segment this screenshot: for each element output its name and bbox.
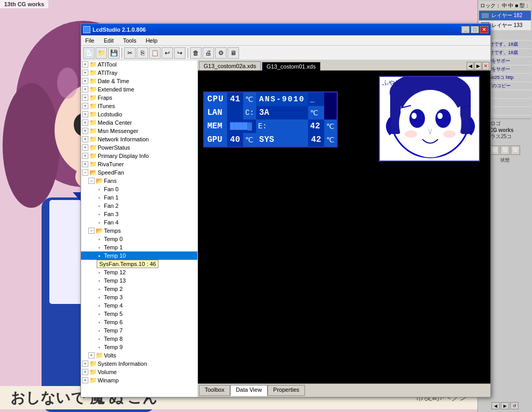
sidebar-item-temp1[interactable]: ▪ Temp 1 xyxy=(81,243,197,251)
sidebar-label-datetime: Date & Time xyxy=(98,78,129,84)
expand-volume[interactable]: + xyxy=(82,369,88,375)
menu-tools[interactable]: Tools xyxy=(121,37,139,44)
sidebar-label-temp10: Temp 10 xyxy=(104,252,126,259)
menu-file[interactable]: File xyxy=(83,37,97,44)
sidebar-item-volume[interactable]: + 📁 Volume xyxy=(81,368,197,376)
sidebar-item-fan0[interactable]: ▪ Fan 0 xyxy=(81,185,197,193)
expand-atitray[interactable]: + xyxy=(82,70,88,76)
expand-power[interactable]: + xyxy=(82,144,88,151)
svg-point-1 xyxy=(3,83,60,208)
sidebar-item-atitool[interactable]: + 📁 ATITool xyxy=(81,60,197,69)
expand-mediacenter[interactable]: + xyxy=(82,119,88,126)
sidebar-item-volts[interactable]: + 📁 Volts xyxy=(81,351,197,360)
toolbar-delete[interactable]: 🗑 xyxy=(190,47,202,59)
tab-dataview[interactable]: Data View xyxy=(230,385,268,396)
sidebar-item-rivaturner[interactable]: + 📁 RivaTuner xyxy=(81,160,197,168)
sidebar-item-temp7[interactable]: ▪ Temp 7 xyxy=(81,326,197,335)
sidebar-item-primarydisplay[interactable]: + 📁 Primary Display Info xyxy=(81,152,197,160)
nav-refresh[interactable]: ↺ xyxy=(510,402,518,409)
sidebar-item-lcdstudio[interactable]: + 📁 Lcdstudio xyxy=(81,110,197,118)
toolbar-undo[interactable]: ↩ xyxy=(162,47,173,59)
tab-next-button[interactable]: ▶ xyxy=(474,62,482,70)
expand-winamp[interactable]: + xyxy=(82,377,88,383)
sidebar-item-fraps[interactable]: + 📁 Fraps xyxy=(81,94,197,102)
tab-toolbox[interactable]: Toolbox xyxy=(199,385,230,396)
expand-network[interactable]: + xyxy=(82,136,88,142)
sidebar-item-atitray[interactable]: + 📁 ATITray xyxy=(81,69,197,77)
sidebar-item-fan4[interactable]: ▪ Fan 4 xyxy=(81,218,197,227)
expand-exttime[interactable]: + xyxy=(82,86,88,92)
sidebar-item-fan2[interactable]: ▪ Fan 2 xyxy=(81,202,197,210)
sidebar-item-temp0[interactable]: ▪ Temp 0 xyxy=(81,235,197,243)
expand-temps[interactable]: − xyxy=(88,228,95,234)
sidebar-item-temp2[interactable]: ▪ Temp 2 xyxy=(81,285,197,293)
sidebar-item-temp10[interactable]: ▪ Temp 10 xyxy=(81,251,197,260)
sidebar-item-fans[interactable]: − 📂 Fans xyxy=(81,177,197,185)
sidebar-item-msn[interactable]: + 📁 Msn Messenger xyxy=(81,127,197,135)
sidebar-item-temp8[interactable]: ▪ Temp 8 xyxy=(81,335,197,343)
minimize-button[interactable]: _ xyxy=(461,26,470,33)
panel-icon-3[interactable]: ⬜ xyxy=(511,145,520,155)
sidebar-item-itunes[interactable]: + 📁 ITunes xyxy=(81,102,197,110)
svg-point-20 xyxy=(437,113,443,119)
expand-rivaturner[interactable]: + xyxy=(82,161,88,167)
toolbar-copy[interactable]: ⎘ xyxy=(137,47,148,59)
maximize-button[interactable]: □ xyxy=(471,26,479,33)
sidebar-item-fan1[interactable]: ▪ Fan 1 xyxy=(81,193,197,202)
sidebar-item-temps[interactable]: − 📂 Temps xyxy=(81,227,197,235)
sidebar-item-exttime[interactable]: + 📁 Extended time xyxy=(81,85,197,94)
expand-lcdstudio[interactable]: + xyxy=(82,111,88,117)
folder-icon-datetime: 📁 xyxy=(89,77,97,85)
panel-icon-2[interactable]: ⬜ xyxy=(500,145,510,155)
nav-right[interactable]: ▶ xyxy=(501,402,509,409)
toolbar-monitor[interactable]: 🖥 xyxy=(228,47,239,59)
tab-close-button[interactable]: ✕ xyxy=(482,62,489,70)
sidebar-item-datetime[interactable]: + 📁 Date & Time xyxy=(81,77,197,85)
cg-works-label: 13th CG works xyxy=(4,1,44,7)
expand-itunes[interactable]: + xyxy=(82,103,88,109)
svg-point-22 xyxy=(443,130,456,138)
sidebar-item-mediacenter[interactable]: + 📁 Media Center xyxy=(81,118,197,127)
sidebar-item-fan3[interactable]: ▪ Fan 3 xyxy=(81,210,197,218)
sidebar-item-temp3[interactable]: ▪ Temp 3 xyxy=(81,293,197,301)
expand-speedfan[interactable]: − xyxy=(82,169,88,176)
tab-costom01[interactable]: G13_costom01.xds xyxy=(262,62,321,71)
sidebar-item-temp9[interactable]: ▪ Temp 9 xyxy=(81,343,197,351)
sidebar-item-temp6[interactable]: ▪ Temp 6 xyxy=(81,318,197,326)
expand-volts[interactable]: + xyxy=(88,352,95,358)
expand-fans[interactable]: − xyxy=(88,178,95,184)
sidebar-item-temp5[interactable]: ▪ Temp 5 xyxy=(81,310,197,318)
expand-msn[interactable]: + xyxy=(82,128,88,134)
expand-primarydisplay[interactable]: + xyxy=(82,153,88,159)
sidebar-item-network[interactable]: + 📁 Network Information xyxy=(81,135,197,143)
toolbar-print[interactable]: 🖨 xyxy=(203,47,214,59)
toolbar-redo[interactable]: ↪ xyxy=(174,47,185,59)
panel-icon-1[interactable]: ⬜ xyxy=(490,145,499,155)
sidebar-item-temp4[interactable]: ▪ Temp 4 xyxy=(81,301,197,310)
toolbar-cut[interactable]: ✂ xyxy=(124,47,136,59)
tab-prev-button[interactable]: ◀ xyxy=(467,62,474,70)
toolbar-open[interactable]: 📁 xyxy=(96,47,107,59)
toolbar-new[interactable]: 📄 xyxy=(83,47,95,59)
expand-sysinfo[interactable]: + xyxy=(82,361,88,367)
sidebar-item-winamp[interactable]: + 📁 Winamp xyxy=(81,376,197,384)
menu-edit[interactable]: Edit xyxy=(102,37,116,44)
sidebar-label-fan4: Fan 4 xyxy=(104,219,118,225)
close-button[interactable]: ✕ xyxy=(480,26,488,33)
nav-left[interactable]: ◀ xyxy=(491,402,500,409)
sidebar-item-power[interactable]: + 📁 PowerStatus xyxy=(81,143,197,152)
tab-properties[interactable]: Properties xyxy=(268,385,305,396)
menu-help[interactable]: Help xyxy=(143,37,159,44)
toolbar-save[interactable]: 💾 xyxy=(108,47,119,59)
layer-182[interactable]: レイヤー 182 xyxy=(479,11,531,20)
sidebar-item-sysinfo[interactable]: + 📁 System Information xyxy=(81,360,197,368)
expand-fraps[interactable]: + xyxy=(82,95,88,101)
expand-atitool[interactable]: + xyxy=(82,61,88,68)
sidebar-item-temp12[interactable]: ▪ Temp 12 xyxy=(81,268,197,276)
toolbar-paste[interactable]: 📋 xyxy=(149,47,161,59)
tab-costom02[interactable]: G13_costom02a.xds xyxy=(199,61,261,70)
toolbar-gear[interactable]: ⚙ xyxy=(215,47,227,59)
sidebar-item-speedfan[interactable]: − 📂 SpeedFan xyxy=(81,168,197,177)
expand-datetime[interactable]: + xyxy=(82,78,88,84)
sidebar-item-temp13[interactable]: ▪ Temp 13 xyxy=(81,276,197,285)
